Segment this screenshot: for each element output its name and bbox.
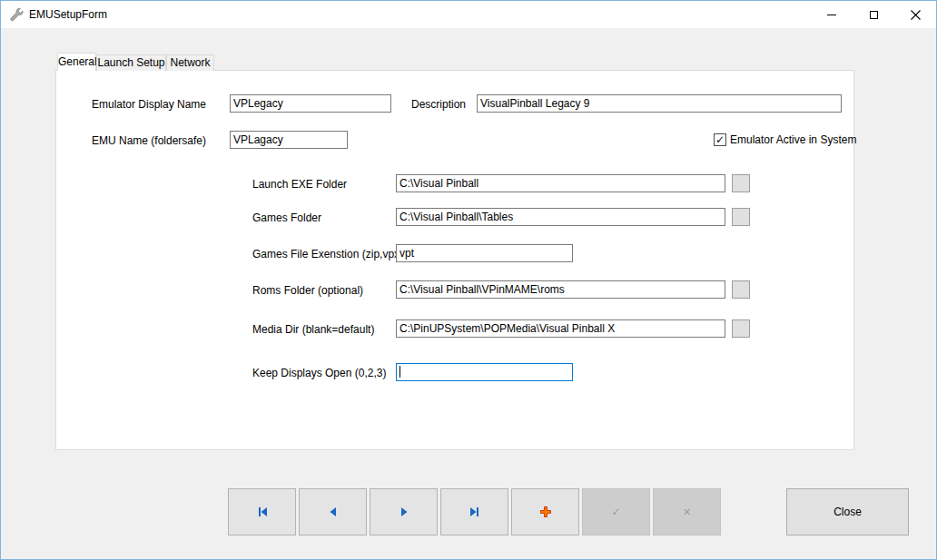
- cancel-x-icon: ✕: [683, 507, 691, 517]
- emu-setup-form-window: EMUSetupForm General Launch Setup Networ…: [0, 0, 937, 560]
- launch-exe-folder-browse-button[interactable]: [732, 174, 750, 192]
- minimize-button[interactable]: [811, 1, 853, 28]
- games-file-extension-input[interactable]: [396, 244, 573, 262]
- games-folder-label: Games Folder: [252, 211, 321, 224]
- media-dir-label: Media Dir (blank=default): [252, 323, 374, 336]
- roms-folder-input[interactable]: [396, 280, 725, 299]
- launch-exe-folder-input[interactable]: [396, 174, 725, 192]
- emu-name-label: EMU Name (foldersafe): [92, 134, 206, 147]
- first-record-button[interactable]: [228, 488, 296, 535]
- insert-record-button[interactable]: [511, 488, 579, 535]
- close-window-button[interactable]: [894, 1, 936, 28]
- cancel-edit-button[interactable]: ✕: [653, 488, 721, 535]
- post-check-icon: ✓: [611, 506, 620, 517]
- emu-name-input[interactable]: [230, 131, 348, 149]
- media-dir-input[interactable]: [396, 319, 725, 338]
- window-controls: [811, 1, 936, 28]
- last-record-icon: [468, 506, 481, 517]
- next-record-icon: [399, 506, 409, 517]
- keep-displays-open-label: Keep Displays Open (0,2,3): [252, 367, 386, 379]
- prior-record-button[interactable]: [299, 488, 367, 535]
- insert-plus-icon: [539, 506, 552, 518]
- games-file-extension-label: Games File Exenstion (zip,vpx): [252, 248, 403, 260]
- emulator-display-name-label: Emulator Display Name: [92, 98, 206, 111]
- description-input[interactable]: [477, 94, 842, 113]
- prior-record-icon: [328, 506, 339, 517]
- launch-exe-folder-label: Launch EXE Folder: [252, 178, 347, 191]
- games-folder-input[interactable]: [396, 208, 725, 226]
- first-record-icon: [256, 506, 269, 517]
- text-caret: [399, 366, 400, 378]
- emulator-active-label: Emulator Active in System: [730, 133, 856, 146]
- wrench-icon: [9, 7, 24, 22]
- checkbox-box: ✓: [714, 133, 726, 146]
- maximize-icon: [870, 11, 878, 19]
- description-label: Description: [411, 98, 466, 111]
- check-icon: ✓: [715, 134, 725, 145]
- roms-folder-browse-button[interactable]: [732, 280, 750, 299]
- maximize-button[interactable]: [853, 1, 894, 28]
- window-title: EMUSetupForm: [29, 8, 107, 21]
- keep-displays-open-input[interactable]: [396, 363, 573, 381]
- title-bar: EMUSetupForm: [1, 1, 936, 28]
- minimize-icon: [827, 15, 836, 15]
- media-dir-browse-button[interactable]: [732, 319, 750, 338]
- post-edit-button[interactable]: ✓: [582, 488, 650, 535]
- emulator-active-checkbox[interactable]: ✓ Emulator Active in System: [714, 133, 856, 146]
- close-button[interactable]: Close: [786, 488, 909, 535]
- games-folder-browse-button[interactable]: [732, 208, 750, 226]
- last-record-button[interactable]: [440, 488, 508, 535]
- close-icon: [911, 10, 921, 20]
- roms-folder-label: Roms Folder (optional): [252, 284, 363, 297]
- emulator-display-name-input[interactable]: [230, 94, 391, 113]
- tab-launch-setup[interactable]: Launch Setup: [96, 54, 166, 71]
- tab-network[interactable]: Network: [166, 54, 214, 71]
- tab-general[interactable]: General: [57, 53, 96, 71]
- next-record-button[interactable]: [370, 488, 438, 535]
